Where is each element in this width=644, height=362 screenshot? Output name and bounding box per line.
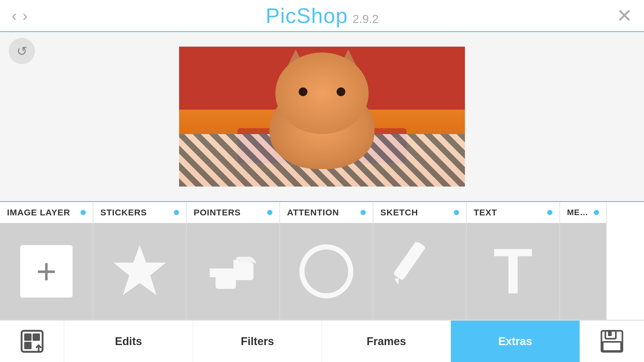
tool-body-sketch — [373, 223, 466, 320]
star-icon — [111, 242, 169, 301]
tool-body-image-layer: + — [0, 223, 93, 320]
tool-header-partial: ME… — [560, 202, 606, 223]
tool-dot-stickers — [174, 210, 179, 215]
tool-label-stickers: STICKERS — [100, 208, 170, 217]
tool-label-attention: ATTENTION — [287, 208, 356, 217]
tool-dot-partial — [594, 210, 599, 215]
app-version: 2.9.2 — [353, 13, 379, 26]
reset-button[interactable]: ↺ — [9, 38, 35, 64]
tab-extras-label: Extras — [498, 335, 532, 348]
svg-rect-11 — [608, 331, 612, 336]
text-T-icon: T — [494, 239, 533, 303]
svg-rect-2 — [393, 242, 426, 281]
tool-dot-text — [547, 210, 552, 215]
tab-frames[interactable]: Frames — [322, 321, 451, 362]
cat-eye-left — [299, 87, 307, 96]
forward-button[interactable]: › — [22, 8, 27, 23]
tool-card-text[interactable]: TEXT T — [467, 202, 560, 320]
top-bar: ‹ › PicShop 2.9.2 ✕ — [0, 0, 644, 32]
svg-rect-7 — [24, 342, 32, 349]
tab-import[interactable] — [0, 321, 64, 362]
tool-label-image-layer: IMAGE LAYER — [7, 208, 76, 217]
tab-frames-label: Frames — [367, 335, 406, 348]
tool-label-text: TEXT — [474, 208, 543, 217]
svg-point-1 — [302, 247, 351, 296]
tab-filters[interactable]: Filters — [193, 321, 322, 362]
canvas-image[interactable] — [179, 47, 465, 187]
back-button[interactable]: ‹ — [12, 8, 17, 23]
tool-body-partial — [560, 223, 606, 320]
title-shop: Shop — [297, 4, 348, 27]
tool-card-partial[interactable]: ME… — [560, 202, 607, 320]
import-icon — [19, 328, 45, 354]
close-button[interactable]: ✕ — [617, 6, 632, 25]
save-button[interactable] — [580, 321, 644, 362]
plus-icon: + — [36, 254, 57, 289]
reset-icon: ↺ — [17, 44, 27, 59]
tools-row: IMAGE LAYER + STICKERS POINTERS — [0, 201, 644, 321]
tool-header-sketch: SKETCH — [373, 202, 466, 223]
tool-dot-image-layer — [80, 210, 86, 215]
nav-arrows: ‹ › — [12, 8, 28, 23]
tool-card-attention[interactable]: ATTENTION — [280, 202, 373, 320]
tool-header-image-layer: IMAGE LAYER — [0, 202, 93, 223]
save-icon — [599, 328, 625, 354]
svg-marker-0 — [113, 245, 166, 295]
pencil-icon — [391, 242, 449, 301]
title-pic: Pic — [266, 4, 297, 27]
cat-eye-right — [337, 87, 345, 96]
tool-label-partial: ME… — [567, 208, 590, 217]
canvas-area: ↺ — [0, 32, 644, 201]
tool-label-pointers: POINTERS — [194, 208, 263, 217]
tool-dot-pointers — [267, 210, 272, 215]
app-title: PicShop 2.9.2 — [266, 4, 379, 28]
bottom-bar: Edits Filters Frames Extras — [0, 321, 644, 362]
tool-card-pointers[interactable]: POINTERS — [187, 202, 280, 320]
tool-body-stickers — [93, 223, 186, 320]
cat-head — [275, 52, 369, 134]
tab-extras[interactable]: Extras — [451, 321, 580, 362]
tool-header-stickers: STICKERS — [93, 202, 186, 223]
tool-label-sketch: SKETCH — [380, 208, 450, 217]
svg-rect-5 — [24, 333, 32, 341]
tool-body-pointers — [187, 223, 279, 320]
pointer-icon — [204, 245, 262, 298]
tool-dot-sketch — [454, 210, 459, 215]
tool-header-attention: ATTENTION — [280, 202, 373, 223]
plus-icon-box: + — [20, 245, 73, 298]
tool-body-text: T — [467, 223, 559, 320]
tool-header-text: TEXT — [467, 202, 559, 223]
tool-card-image-layer[interactable]: IMAGE LAYER + — [0, 202, 93, 320]
svg-rect-6 — [32, 333, 40, 341]
circle-icon — [294, 239, 358, 303]
tool-card-stickers[interactable]: STICKERS — [93, 202, 187, 320]
tool-card-sketch[interactable]: SKETCH — [373, 202, 467, 320]
tool-dot-attention — [360, 210, 366, 215]
tab-edits[interactable]: Edits — [64, 321, 193, 362]
tool-body-attention — [280, 223, 373, 320]
tab-filters-label: Filters — [241, 335, 274, 348]
tab-edits-label: Edits — [115, 335, 142, 348]
tool-header-pointers: POINTERS — [187, 202, 279, 223]
svg-rect-12 — [603, 342, 621, 351]
